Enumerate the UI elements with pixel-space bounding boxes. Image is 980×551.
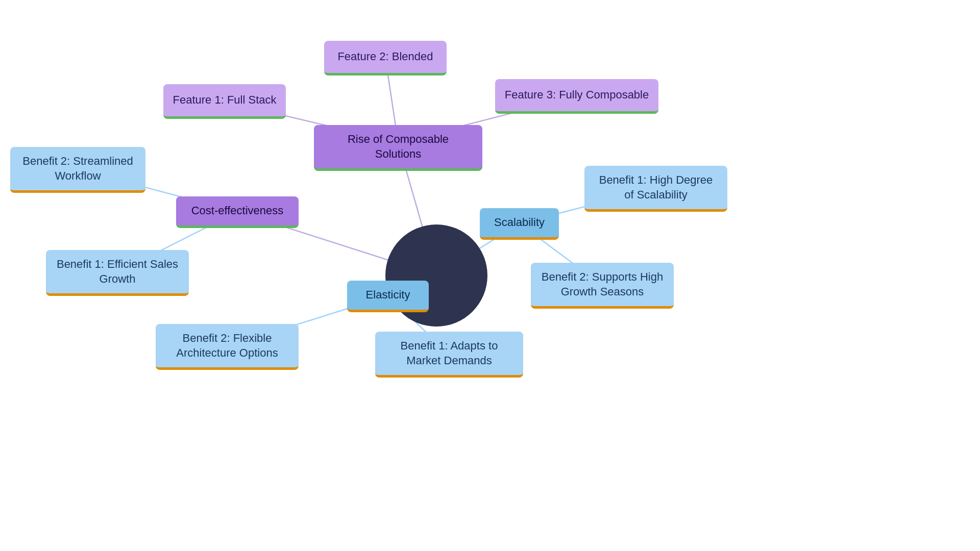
scalability-node: Scalability — [480, 208, 559, 240]
cost-node: Cost-effectiveness — [176, 196, 299, 228]
feature3-node: Feature 3: Fully Composable — [495, 79, 658, 114]
benefit2-flex-node: Benefit 2: Flexible Architecture Options — [156, 324, 299, 370]
feature1-node: Feature 1: Full Stack — [163, 84, 286, 119]
elasticity-node: Elasticity — [347, 281, 429, 312]
benefit1-sales-node: Benefit 1: Efficient Sales Growth — [46, 250, 189, 296]
benefit2-season-node: Benefit 2: Supports High Growth Seasons — [531, 263, 674, 309]
benefit1-scale-node: Benefit 1: High Degree of Scalability — [584, 166, 727, 212]
rise-node: Rise of Composable Solutions — [314, 125, 482, 171]
benefit1-market-node: Benefit 1: Adapts to Market Demands — [375, 332, 523, 378]
feature2-node: Feature 2: Blended — [324, 41, 447, 76]
mind-map-canvas: Feature 1: Full StackFeature 2: BlendedF… — [0, 0, 980, 551]
benefit2-stream-node: Benefit 2: Streamlined Workflow — [10, 147, 145, 193]
